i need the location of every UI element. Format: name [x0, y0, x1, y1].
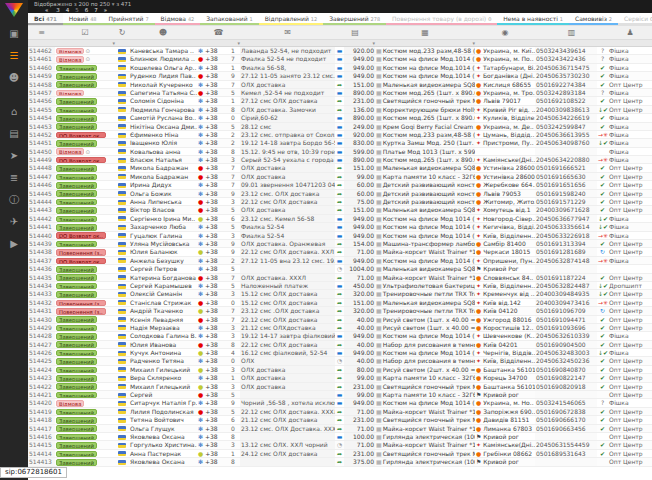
tab-Відмова[interactable]: Відмова 42 [155, 13, 201, 25]
filter-dropdown[interactable] [115, 40, 129, 46]
table-row[interactable]: 514458ЗавершенийНиколай Кучеренко✻ +387О… [28, 81, 652, 89]
tab-Всі[interactable]: Всі 471 [28, 13, 63, 25]
table-row[interactable]: 514459ЗавершенийРуденко Лидия Пав..● +38… [28, 72, 652, 80]
tab-Самовивіз[interactable]: Самовивіз 2 [569, 13, 618, 25]
products-icon[interactable]: ▤ [0, 123, 28, 145]
table-row[interactable]: 514455ЗавершенийЛюдмила Гончарова✻ +388О… [28, 106, 652, 114]
tab-Нема в наявності[interactable]: Нема в наявності 1 [497, 13, 569, 25]
column-client-icon[interactable]: ☻ [129, 26, 197, 39]
filter-dropdown[interactable]: ▾ [335, 40, 375, 46]
table-row[interactable]: 514444ЗавершенийАнна Липенська● +38322.1… [28, 198, 652, 206]
tab-Сервіси[interactable]: Сервіси 0 [618, 13, 652, 25]
column-address-icon[interactable]: ◉ [475, 26, 535, 39]
table-row[interactable]: 514448ЗавершенийМикола Бадражан● +387ОЛХ… [28, 164, 652, 172]
table-row[interactable]: 514461Відмова⊙Близнюк Людмила ..● +387Фи… [28, 55, 652, 63]
table-row[interactable]: 514414ЗавершенийАнна Пастернак● +38124.1… [28, 450, 652, 458]
table-row[interactable]: 514415ЗавершенийГоргулько Христина..✻ +3… [28, 441, 652, 449]
tab-Відправлений[interactable]: Відправлений 12 [259, 13, 323, 25]
table-row[interactable]: 514457ВідмоваСапегина Татьяна С..● +385К… [28, 89, 652, 97]
filter-dropdown[interactable] [240, 40, 335, 46]
table-row[interactable]: 514416ЗавершенийЯковлева Оксана✻ +388▬10… [28, 433, 652, 441]
table-row[interactable]: 514413ЗавершенийЯковлева Оксана✻ +388➦37… [28, 458, 652, 466]
table-row[interactable]: 514417ЗавершенийОльга Глущук✻ +38023.12 … [28, 425, 652, 433]
tab-Новий[interactable]: Новий 48 [63, 13, 103, 25]
table-row[interactable]: 514423ЗавершенийВера Скляренко✻ +381ОЛХ … [28, 374, 652, 382]
table-row[interactable]: 514419ЗавершенийЛилия Подолинская● +3852… [28, 408, 652, 416]
table-row[interactable]: 514437DO Возврат ок..Анжела Безушку✻ +38… [28, 257, 652, 265]
filter-dropdown[interactable] [535, 40, 608, 46]
table-row[interactable]: 514425ЗавершенийРадченко Тетяна✻ +380ОЛХ… [28, 357, 652, 365]
orders-icon[interactable]: ☰ [0, 45, 28, 67]
column-id-icon[interactable]: ≡ [28, 26, 55, 39]
table-row[interactable]: 514462Відмова⊙Каневська Тамара ..✻ +381Л… [28, 47, 652, 55]
table-row[interactable]: 514443ЗавершенийВіктор Власов● +385ОЛХ д… [28, 206, 652, 214]
info-icon[interactable]: ⓘ [0, 189, 28, 211]
table-row[interactable]: 514460ЗавершенийКошелева Ольга Ар..✻ +38… [28, 64, 652, 72]
column-source-icon[interactable]: ♟ [608, 26, 652, 39]
table-row[interactable]: 514424ЗавершенийМихаил Гилецький● +383ОЛ… [28, 366, 652, 374]
table-row[interactable]: 514446ЗавершенийИрина Дидух✻ +38709.01 з… [28, 181, 652, 189]
table-row[interactable]: 514449DO Возврат ок..Власюк Наталья✻ +38… [28, 156, 652, 164]
filter-dropdown[interactable] [28, 40, 55, 46]
table-row[interactable]: 514427ЗавершенийЮлия Иванова● +38822.12 … [28, 341, 652, 349]
filter-dropdown[interactable]: ▾ [197, 40, 240, 46]
column-comment-icon[interactable]: ✉ [240, 26, 335, 39]
info-icon[interactable]: ⊙ [85, 48, 90, 54]
clients-icon[interactable]: ☻ [0, 67, 28, 89]
campaigns-icon[interactable]: ➤ [0, 145, 28, 167]
integrations-icon[interactable]: ✈ [0, 211, 28, 233]
column-payment-icon[interactable]: ▤ [335, 26, 375, 39]
table-row[interactable]: 514429ЗавершенийНадія Мерзаєва✻ +38321.1… [28, 324, 652, 332]
table-row[interactable]: 514430ЗавершенийКсенія Левадняя● +38722.… [28, 316, 652, 324]
table-row[interactable]: 514426ЗавершенийКучук Антонина● +38416.1… [28, 349, 652, 357]
column-sync-icon[interactable]: ↻ [115, 26, 129, 39]
table-row[interactable]: 514454ЗавершенийСамотій Руслана Во..✻ +3… [28, 114, 652, 122]
table-row[interactable]: 514453ЗавершенийНікітіна Оксана Дми..✻ +… [28, 123, 652, 131]
table-row[interactable]: 514420ВідмоваСитарчук Наталія Гр..✻ +389… [28, 399, 652, 407]
table-row[interactable]: 514439ЗавершенийУляна Мусійовська✻ +389О… [28, 240, 652, 248]
filter-dropdown[interactable]: ▾ [55, 40, 115, 46]
table-row[interactable]: 514436ЗавершенийСергей Петров✻ +385◔1004… [28, 265, 652, 273]
tab-Завершений[interactable]: Завершений 278 [323, 13, 386, 25]
order-comment: Фиалка 52-54 [240, 232, 335, 239]
tab-Запакований[interactable]: Запакований 1 [200, 13, 258, 25]
table-row[interactable]: 514421ЗавершенийСергей● +385▬99.00▦Карта… [28, 391, 652, 399]
table-row[interactable]: 514442ЗавершенийСергіенко Ірина Ми..● +3… [28, 215, 652, 223]
table-row[interactable]: 514445ЗавершенийОльга Божик✻ +38923.12 с… [28, 190, 652, 198]
order-comment: 13.12 смс ОЛХ. ХХЛ чорний [240, 441, 335, 448]
tab-Повернення товару (в дорозі)[interactable]: Повернення товару (в дорозі) 0 [386, 13, 497, 25]
column-ttn-icon[interactable]: ▥ [535, 26, 608, 39]
table-row[interactable]: 514435ЗавершенийКатерина Богданова● +387… [28, 274, 652, 282]
table-row[interactable]: 514451ЗавершенийІващенко Юлія✻ +38219.12… [28, 139, 652, 147]
filter-dropdown[interactable]: ▾ [375, 40, 475, 46]
warehouse-icon[interactable]: ⌂ [0, 101, 28, 123]
chevron-down-icon[interactable]: ▾ [112, 1, 115, 7]
table-row[interactable]: 514450Відмова⊙Ковальова анна✻ +38815.12.… [28, 148, 652, 156]
filter-dropdown[interactable] [608, 40, 652, 46]
info-icon[interactable]: ⊙ [85, 149, 90, 155]
filter-dropdown[interactable] [475, 40, 535, 46]
dashboard-icon[interactable]: ▣ [0, 23, 28, 45]
table-row[interactable]: 514441ЗавершенийЗахарченко Люба✻ +385Фиа… [28, 223, 652, 231]
app-logo-icon[interactable] [5, 3, 23, 17]
info-icon[interactable]: ⊙ [85, 56, 90, 62]
table-row[interactable]: 514431Повернення (з..Андрій Ткаченко● +3… [28, 307, 652, 315]
table-row[interactable]: 514434ЗавершенийСергей Карамышев✻ +385На… [28, 282, 652, 290]
stats-icon[interactable]: ≣ [0, 167, 28, 189]
table-row[interactable]: 514447ЗавершенийМикола Бадражан● +387ОЛХ… [28, 173, 652, 181]
table-row[interactable]: 514422ЗавершенийМихаил Гилецький● +383ОЛ… [28, 383, 652, 391]
table-row[interactable]: 514456ЗавершенийСоломія Сідоніна✻ +38127… [28, 97, 652, 105]
table-row[interactable]: 514440DO Возврат ок..Гуцалюк Галина✻ +38… [28, 232, 652, 240]
table-row[interactable]: 514432Повернення (з..Станіслав Стрижак● … [28, 299, 652, 307]
column-product-icon[interactable]: ▦ [375, 26, 475, 39]
table-row[interactable]: 514418ЗавершенийТетяна Войтович✻ +38621.… [28, 416, 652, 424]
tab-Прийнятий[interactable]: Прийнятий 7 [103, 13, 155, 25]
column-phone-icon[interactable]: ☎ [197, 26, 240, 39]
table-row[interactable]: 514438Повернення (з..Юлия Баланюк● +3892… [28, 248, 652, 256]
table-row[interactable]: 514452DO Возврат ок..Єфименко Ніна✻ +382… [28, 131, 652, 139]
table-row[interactable]: 514433ЗавершенийОлексій Семанін✻ +38315.… [28, 290, 652, 298]
table-row[interactable]: 514428ЗавершенийСолодкова Галина В..✻ +3… [28, 332, 652, 340]
column-status-icon[interactable]: ☑ [55, 26, 115, 39]
filter-dropdown[interactable] [129, 40, 197, 46]
video-icon[interactable]: ▶ [0, 233, 28, 255]
